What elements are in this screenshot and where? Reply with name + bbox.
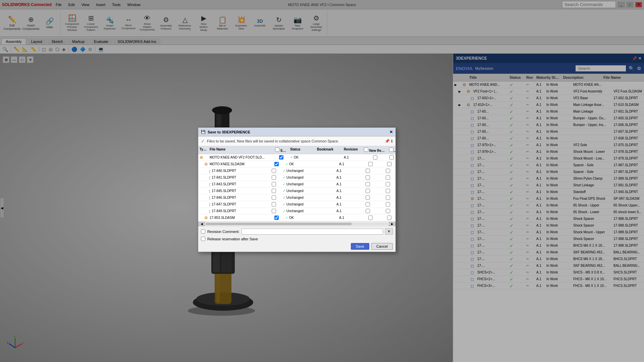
row-expand-icon[interactable] (453, 198, 469, 199)
tab-markup[interactable]: Markup (68, 38, 89, 45)
take-snapshot-button[interactable]: 📷 TakeSnapshot (289, 13, 306, 33)
dialog-table-body[interactable]: ⚙ MOTO KNEE AND VF2 FOOT.SLD... ✓ OK A.1… (198, 154, 395, 221)
table-row[interactable]: ◻ 17-... ✓ ✏ A.1 In Work Shock Spacer 17… (453, 236, 644, 242)
fit-view-button[interactable]: ⊞ (3, 56, 9, 63)
row-expand-icon[interactable] (453, 205, 469, 206)
options-button[interactable]: ⚙ (637, 66, 641, 71)
dlg-row-new-revision[interactable] (358, 162, 383, 167)
dlg-row-save-check[interactable] (266, 202, 281, 207)
measure-icon[interactable]: 📏 (30, 46, 37, 53)
table-row[interactable]: ◻ SHCS<2>... ✓ ✏ A.1 In Work SHCS - M5 X… (453, 269, 644, 276)
release-reservation-checkbox[interactable] (201, 237, 205, 241)
bill-of-materials-button[interactable]: 📋 Bill ofMaterials (214, 13, 231, 33)
panel-pin-button[interactable]: 📌 (632, 56, 637, 61)
menu-insert[interactable]: Insert (95, 2, 107, 7)
scroll-left-button[interactable]: ◀ (198, 222, 205, 226)
col-title[interactable]: Title (468, 75, 508, 80)
minimize-button[interactable]: _ (618, 2, 625, 7)
circle-icon[interactable]: ◎ (48, 46, 54, 53)
dlg-row-convert[interactable] (380, 168, 395, 173)
dlg-row-new-revision[interactable] (355, 182, 380, 187)
table-row[interactable]: ⚙ 17-... ✓ ✏ A.1 In Work Fox Float DPS S… (453, 195, 644, 202)
dlg-row-convert[interactable] (380, 208, 395, 214)
dialog-scrollbar[interactable]: ◀ ▶ (198, 221, 395, 226)
table-row[interactable]: ◻ 17-... ✓ ✏ A.1 In Work SKF BEARING #62… (453, 249, 644, 256)
table-row[interactable]: ◻ 17-... ✓ ✏ A.1 In Work 30mm Pylon Clam… (453, 175, 644, 182)
tab-sketch[interactable]: Sketch (47, 38, 67, 45)
tab-addins[interactable]: SOLIDWORKS Add-Ins (113, 38, 161, 45)
select-icon[interactable]: 🔍 (1, 46, 9, 53)
table-row[interactable]: ◻ 17-60... ✓ ✏ A.1 In Work 17-608.SLDPRT (453, 135, 644, 142)
dialog-close-button[interactable]: ✕ (389, 130, 393, 134)
dlg-row-convert[interactable] (388, 155, 395, 160)
tab-assembly[interactable]: Assembly (1, 38, 26, 45)
dialog-table-row[interactable]: ◻ 17-845.SLDPRT ✓ Unchanged A.1 (198, 188, 395, 194)
scroll-right-button[interactable]: ▶ (389, 222, 395, 226)
dialog-table-row[interactable]: ⚙ MOTO KNEE.SLDASM ✓ OK A.1 (198, 161, 395, 168)
row-expand-icon[interactable] (453, 265, 469, 266)
menu-tools[interactable]: Tools (111, 2, 122, 7)
row-expand-icon[interactable] (453, 165, 469, 166)
table-row[interactable]: ◻ 17-60... ✓ ✏ A.1 In Work Bumper - Uppe… (453, 122, 644, 128)
row-expand-icon[interactable] (453, 245, 469, 246)
dlg-row-convert[interactable] (383, 215, 395, 220)
col-status[interactable]: Status (508, 75, 525, 80)
panel-search-input[interactable] (576, 65, 626, 71)
table-row[interactable]: ◻ FHCS<3>... ✓ ✏ A.1 In Work FHCS - M6 X… (453, 283, 644, 289)
save-button[interactable]: Save (351, 243, 369, 250)
scrollbar-thumb[interactable] (206, 223, 352, 225)
table-row[interactable]: ◻ 17-... ✓ ✏ A.1 In Work BHCS M6 X 1 X 1… (453, 256, 644, 262)
row-expand-icon[interactable] (453, 118, 469, 119)
edit-components-button[interactable]: ✏️ EditComponents (3, 13, 21, 33)
exploded-view-button[interactable]: 💥 ExplodedView (232, 13, 250, 33)
table-row[interactable]: ◻ 17-... ✓ ✏ A.1 In Work SKF BEARING #62… (453, 262, 644, 269)
table-row[interactable]: ◻ 17-... ✓ ✏ A.1 In Work Short Linkage 1… (453, 182, 644, 189)
instant3d-button[interactable]: 3D Instant3D (251, 13, 269, 33)
row-expand-icon[interactable] (453, 111, 469, 112)
dialog-table-row[interactable]: ◻ 17-841.SLDPRT ✓ Unchanged A.1 (198, 174, 395, 181)
table-row[interactable]: ◻ 17-978<1>... ✓ ✏ A.1 In Work Shock Mou… (453, 148, 644, 155)
menu-file[interactable]: File (54, 2, 63, 7)
assembly-tree-table[interactable]: ▶ ⚙ MOTO KNEE AND... ✓ ✏ A.1 In Work MOT… (453, 81, 644, 362)
menu-view[interactable]: View (80, 2, 91, 7)
row-expand-icon[interactable] (453, 192, 469, 192)
row-expand-icon[interactable] (453, 212, 469, 213)
dlg-row-new-revision[interactable] (355, 202, 380, 207)
table-row[interactable]: ▶ ⚙ MOTO KNEE AND... ✓ ✏ A.1 In Work MOT… (453, 81, 644, 88)
table-row[interactable]: ◻ 17-... ✓ ✏ A.1 In Work Shock Mount - U… (453, 229, 644, 236)
menu-window[interactable]: Window (126, 2, 142, 7)
move-component-button[interactable]: ↔️ MoveComponent (120, 13, 137, 33)
zoom-button[interactable]: — (11, 56, 17, 63)
dlg-row-new-revision[interactable] (355, 168, 380, 173)
table-row[interactable]: ▶ ⚙ 17-610<1>... ✓ ✏ A.1 In Work Main Li… (453, 102, 644, 108)
row-expand-icon[interactable] (453, 185, 469, 186)
dlg-row-save-check[interactable] (266, 175, 281, 180)
reference-geometry-button[interactable]: △ ReferenceGeometry (176, 13, 194, 33)
insert-components-button[interactable]: ⊕ InsertComponents (22, 13, 40, 33)
table-row[interactable]: ◻ 17-... ✓ ✏ A.1 In Work Standoff 17-940… (453, 189, 644, 195)
row-expand-icon[interactable] (453, 158, 469, 159)
table-row[interactable]: ◻ 17-... ✓ ✏ A.1 In Work Shock Spacer 17… (453, 222, 644, 229)
circle2-icon[interactable]: ⊙ (87, 46, 93, 53)
menu-edit[interactable]: Edit (67, 2, 76, 7)
table-row[interactable]: ◻ 17-... ✓ ✏ A.1 In Work Shock Spacer 17… (453, 216, 644, 222)
dialog-table-row[interactable]: ◻ 17-847.SLDPRT ✓ Unchanged A.1 (198, 201, 395, 208)
dlg-row-convert[interactable] (380, 195, 395, 200)
new-revision-all-checkbox[interactable] (364, 147, 368, 152)
sphere-icon[interactable]: 🔵 (70, 46, 78, 53)
row-expand-icon[interactable]: ▶ (453, 89, 465, 94)
update-speedpak-button[interactable]: ↻ UpdateSpeedpak (270, 13, 287, 33)
row-expand-icon[interactable] (453, 279, 469, 280)
dialog-title-bar[interactable]: 💾 Save to 3DEXPERIENCE ✕ (198, 128, 395, 136)
revision-comment-input[interactable] (241, 229, 383, 235)
session-dropdown[interactable]: MySession (475, 66, 493, 70)
dialog-table-row[interactable]: ◻ 17-846.SLDPRT ✓ Unchanged A.1 (198, 194, 395, 201)
row-expand-icon[interactable] (453, 225, 469, 226)
col-maturity[interactable]: Maturity State (535, 75, 562, 80)
dlg-row-new-revision[interactable] (355, 208, 380, 214)
dlg-row-new-revision[interactable] (355, 195, 380, 200)
table-row[interactable]: ◻ FHCS<1>... ✓ ✏ A.1 In Work FHCS - M6 X… (453, 276, 644, 283)
row-expand-icon[interactable] (453, 239, 469, 239)
dlg-row-convert[interactable] (380, 202, 395, 207)
dialog-pin-button[interactable]: 📌 (385, 139, 390, 143)
